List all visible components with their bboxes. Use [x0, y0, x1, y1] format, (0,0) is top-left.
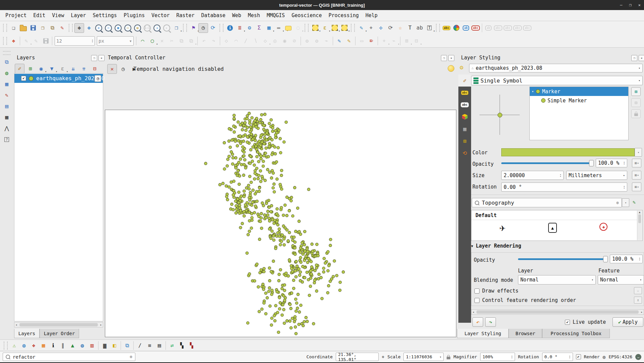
temporal-controller-toggle-button[interactable]: ◷ [198, 23, 208, 33]
order-options-button[interactable]: ↕ [634, 297, 642, 304]
menu-database[interactable]: Database [198, 11, 229, 19]
layer-item-earthquakes[interactable]: earthquakes_ph_202 ◷ 0 [14, 74, 103, 83]
symbol-tree-simple-marker-row[interactable]: Simple Marker [530, 96, 628, 105]
reshape-features-button[interactable]: ◇ [221, 36, 231, 46]
stream-digitize-button[interactable]: ⌒ [138, 36, 147, 46]
opacity-override-button[interactable]: ≡ [632, 159, 641, 167]
menu-edit[interactable]: Edit [30, 11, 49, 19]
clear-search-icon[interactable]: ⊗ [616, 200, 619, 205]
collapse-all-button[interactable]: ⇈ [79, 64, 89, 73]
fire-plugin-button[interactable]: ❖ [29, 341, 39, 350]
profile-line-plugin-button[interactable]: ∕ [135, 341, 145, 350]
identify-features-button[interactable]: i [225, 23, 235, 33]
filter-legend-button[interactable]: ▼▾ [47, 64, 57, 73]
digitize-shape-button[interactable]: ◯▾ [147, 36, 157, 46]
add-group-button[interactable]: ⊞ [25, 64, 35, 73]
menu-project[interactable]: Project [2, 11, 30, 19]
menu-layer[interactable]: Layer [67, 11, 89, 19]
delete-selected-button[interactable]: ✕ [157, 36, 167, 46]
tab-layer-order[interactable]: Layer Order [40, 329, 79, 338]
symbol-airplane[interactable]: ✈ [500, 223, 506, 233]
undo-edit-button[interactable]: ↶ [199, 36, 209, 46]
style-manager-button[interactable]: ✎ [57, 23, 67, 33]
toggle-editing-button[interactable]: ✎ [31, 36, 41, 46]
red-columns-plugin-button[interactable]: ▥ [87, 341, 97, 350]
add-raster-layer-button[interactable]: ▦ [2, 79, 12, 89]
menu-geoscience[interactable]: Geoscience [288, 11, 325, 19]
node-tool-button[interactable]: ⌖ [366, 23, 376, 33]
tab-3d-view[interactable] [458, 111, 471, 123]
layers-horizontal-scrollbar[interactable]: ◂▸ [14, 322, 103, 327]
rendering-opacity-slider[interactable] [518, 256, 608, 262]
lock-scale-icon[interactable] [447, 357, 450, 359]
minimize-button[interactable]: — [620, 3, 622, 7]
elevation-profile-button[interactable]: ⋀ [2, 123, 12, 133]
edit-attributes-yellow-button[interactable]: ✎ [344, 36, 354, 46]
chart-plugin-button[interactable]: ∥ [58, 341, 68, 350]
pan-to-selection-button[interactable]: ✥ [84, 23, 94, 33]
toolbar-handle[interactable] [4, 342, 8, 350]
label-single-button[interactable]: ab [461, 23, 471, 33]
toolbar-handle[interactable] [305, 24, 309, 32]
menu-help[interactable]: Help [362, 11, 381, 19]
redo-style-button[interactable]: ↷ [485, 317, 496, 327]
swap-layers-plugin-button[interactable]: ⇄ [167, 341, 177, 350]
blue-globe-plugin-button[interactable]: ◍ [77, 341, 87, 350]
map-canvas[interactable] [105, 110, 456, 337]
tab-browser[interactable]: Browser [509, 329, 542, 338]
new-print-layout-button[interactable]: ❐ [38, 23, 48, 33]
run-feature-action-button[interactable]: ≣▾ [235, 23, 245, 33]
expand-all-button[interactable]: ⇊ [68, 64, 78, 73]
layer-visibility-checkbox[interactable] [21, 76, 26, 81]
feature-blend-combo[interactable]: Normal ▾ [598, 275, 644, 284]
units-combo[interactable]: px▾ [97, 36, 134, 46]
simplify-feature-button[interactable]: ☆ [395, 23, 405, 33]
clear-search-icon[interactable]: ⊗ [130, 354, 132, 359]
symbol-first-aid[interactable]: ✚ [599, 223, 607, 231]
profile-lines-plugin-button[interactable]: ≡ [145, 341, 154, 350]
format-painter-button[interactable]: ab [415, 23, 425, 33]
temporal-close-button[interactable]: ✕ [448, 55, 454, 61]
menu-mmqgis[interactable]: MMQGIS [263, 11, 288, 19]
menu-raster[interactable]: Raster [173, 11, 198, 19]
vertex-tool-button[interactable]: ✎▾ [357, 23, 366, 33]
layer-select-combo[interactable]: ∴ earthquakes_ph_2023.08 ▾ [469, 64, 643, 72]
live-update-checkbox[interactable] [565, 320, 570, 325]
bookmarks-button[interactable]: ⚑▾ [189, 23, 198, 33]
fixed-range-navigation-button[interactable]: ◷ [118, 64, 128, 74]
menu-processing[interactable]: Processing [325, 11, 362, 19]
symbol-search-box[interactable]: Topography ⊗ [472, 198, 622, 207]
snapping-options-button[interactable]: ⌖▾ [379, 36, 389, 46]
save-project-button[interactable] [28, 23, 38, 33]
histogram-plugin-button[interactable]: ▆ [100, 341, 110, 350]
processing-toolbox-button[interactable]: ⚙ [245, 23, 254, 33]
layer-blend-combo[interactable]: Normal ▾ [518, 275, 596, 284]
layers-close-button[interactable]: ✕ [99, 55, 105, 61]
split-features-button[interactable]: ∕ [241, 36, 251, 46]
allow-edits-blue-button[interactable]: ✎ [334, 36, 344, 46]
rb-composition-plugin-button[interactable]: ▚ [187, 341, 196, 350]
save-layer-edits-button[interactable] [41, 36, 51, 46]
data-source-manager-button[interactable]: ⧉ [2, 57, 12, 67]
layer-rendering-header[interactable]: ▼ Layer Rendering [471, 243, 521, 249]
locator-search-box[interactable]: refactor ⊗ [3, 353, 135, 361]
move-label-button[interactable]: abc [503, 23, 513, 33]
new-project-button[interactable]: ❏ [9, 23, 18, 33]
draw-effects-checkbox[interactable] [474, 289, 479, 294]
georeferencer-button[interactable]: ▦ [2, 112, 12, 122]
scale-combo[interactable]: 1:11076036 ▾ [403, 353, 444, 361]
zoom-to-layer-button[interactable]: ▤ [133, 23, 142, 33]
split-parts-button[interactable]: ∖ [251, 36, 260, 46]
invert-selection-button[interactable]: ▾ [339, 23, 349, 33]
toolbar-handle[interactable] [219, 24, 223, 32]
toolbar-handle[interactable] [183, 24, 187, 32]
metasearch-plugin-button[interactable]: ℹ [48, 341, 58, 350]
magnifier-field[interactable]: 100% ▴▾ [480, 353, 515, 361]
grid-lines-plugin-button[interactable]: ▤ [154, 341, 164, 350]
tab-labels[interactable]: abc [458, 87, 471, 99]
toolbar-handle[interactable] [436, 24, 440, 32]
styling-float-button[interactable]: ❐ [631, 55, 637, 61]
measure-button[interactable]: ▬▾ [274, 23, 283, 33]
modify-attributes-button[interactable]: ▭ [357, 36, 367, 46]
maximize-button[interactable]: ❐ [629, 3, 632, 7]
